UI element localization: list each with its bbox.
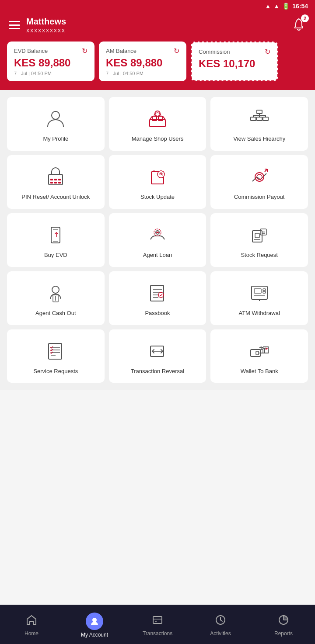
my-account-avatar [86,613,103,630]
am-refresh[interactable]: ↻ [174,47,179,55]
user-name: Matthews [26,17,66,27]
nav-reports[interactable]: Reports [252,605,315,644]
menu-item-transaction-reversal[interactable]: Transaction Reversal [109,329,206,383]
balance-section: EVD Balance ↻ KES 89,880 7 - Jul | 04:50… [0,42,315,90]
view-sales-hierarchy-label: View Sales Hiearchy [233,135,285,143]
pin-icon [43,165,68,189]
shop-users-icon [145,107,170,131]
am-amount: KES 89,880 [106,57,179,69]
header-left: Matthews xxxxxxxxxx [9,17,66,34]
commission-amount: KES 10,170 [199,58,270,70]
svg-rect-8 [263,117,268,121]
commission-icon [247,165,272,189]
my-profile-label: My Profile [43,135,68,143]
svg-rect-6 [251,117,256,121]
service-icon [43,339,68,364]
wallet-to-bank-label: Wallet To Bank [241,368,278,375]
svg-rect-59 [256,351,259,355]
svg-rect-7 [257,117,262,121]
commission-card: Commission ↻ KES 10,170 [191,42,278,81]
commission-payout-label: Commission Payout [234,194,285,201]
svg-rect-19 [54,182,57,184]
header: Matthews xxxxxxxxxx 2 [0,12,315,42]
pin-reset-label: PIN Reset/ Account Unlock [21,194,90,201]
nav-activities[interactable]: Activities [189,605,252,644]
svg-rect-46 [254,289,261,293]
am-balance-card: AM Balance ↻ KES 89,880 7 - Jul | 04:50 … [99,42,186,81]
clock: 16:54 [292,3,308,10]
menu-item-manage-shop-users[interactable]: Manage Shop Users [109,97,206,151]
activities-icon [214,614,227,629]
menu-item-wallet-to-bank[interactable]: Wallet To Bank [210,329,308,383]
svg-rect-16 [54,179,57,180]
menu-item-buy-evd[interactable]: Buy EVD [7,213,105,267]
stock-update-icon [145,165,170,189]
evd-balance-card: EVD Balance ↻ KES 89,880 7 - Jul | 04:50… [7,42,94,81]
transactions-icon [151,614,164,629]
menu-item-pin-reset[interactable]: PIN Reset/ Account Unlock [7,155,105,209]
menu-grid: My Profile Manage Shop Users [0,90,315,390]
nav-transactions[interactable]: Transactions [126,605,189,644]
nav-home[interactable]: Home [0,605,63,644]
passbook-icon [145,281,170,305]
menu-item-stock-update[interactable]: Stock Update [109,155,206,209]
passbook-label: Passbook [145,310,170,317]
hamburger-menu[interactable] [9,21,20,29]
svg-point-36 [52,286,59,293]
buy-evd-icon [43,223,68,247]
menu-item-stock-request[interactable]: Stock Request [210,213,308,267]
menu-item-agent-loan[interactable]: Agent Loan [109,213,206,267]
commission-refresh[interactable]: ↻ [265,48,270,56]
commission-label: Commission ↻ [199,48,270,56]
menu-item-service-requests[interactable]: Service Requests [7,329,105,383]
cash-out-icon [43,281,68,305]
atm-icon [247,281,272,305]
nav-activities-label: Activities [210,630,231,637]
svg-rect-63 [153,616,162,623]
evd-refresh[interactable]: ↻ [82,47,88,55]
evd-amount: KES 89,880 [14,57,88,69]
svg-rect-48 [263,291,266,293]
status-icons: ▲ ▲ 🔋 16:54 [265,3,308,10]
transaction-reversal-label: Transaction Reversal [131,368,184,375]
menu-item-agent-cash-out[interactable]: Agent Cash Out [7,271,105,325]
nav-home-label: Home [24,630,38,637]
svg-rect-17 [58,179,61,180]
svg-rect-51 [49,343,62,359]
svg-rect-18 [50,182,53,184]
svg-point-62 [92,618,97,622]
evd-label: EVD Balance ↻ [14,47,88,55]
nav-reports-label: Reports [274,630,293,637]
hierarchy-icon [247,107,272,131]
svg-point-0 [52,111,60,119]
bottom-nav: Home My Account Transactions Activi [0,605,315,644]
am-date: 7 - Jul | 04:50 PM [106,71,179,76]
battery-icon: 🔋 [282,3,290,10]
user-id: xxxxxxxxxx [26,27,66,34]
wallet-bank-icon [247,339,272,364]
am-label: AM Balance ↻ [106,47,179,55]
agent-loan-label: Agent Loan [143,252,172,259]
service-requests-label: Service Requests [33,368,78,375]
home-icon [25,614,38,629]
nav-my-account[interactable]: My Account [63,605,126,644]
manage-shop-users-label: Manage Shop Users [132,135,184,143]
menu-item-atm-withdrawal[interactable]: ATM Withdrawal [210,271,308,325]
reversal-icon [145,339,170,364]
menu-item-my-profile[interactable]: My Profile [7,97,105,151]
svg-rect-15 [50,179,53,180]
menu-item-view-sales-hierarchy[interactable]: View Sales Hiearchy [210,97,308,151]
reports-icon [277,614,290,629]
agent-cash-out-label: Agent Cash Out [35,310,76,317]
signal-icon: ▲ [273,3,280,10]
evd-date: 7 - Jul | 04:50 PM [14,71,88,76]
menu-item-commission-payout[interactable]: Commission Payout [210,155,308,209]
svg-rect-47 [263,289,266,291]
svg-rect-5 [257,110,262,114]
stock-request-label: Stock Request [241,252,278,259]
notification-bell[interactable]: 2 [291,17,306,34]
svg-rect-31 [255,233,259,238]
stock-update-label: Stock Update [140,194,175,201]
buy-evd-label: Buy EVD [44,252,67,259]
menu-item-passbook[interactable]: Passbook [109,271,206,325]
